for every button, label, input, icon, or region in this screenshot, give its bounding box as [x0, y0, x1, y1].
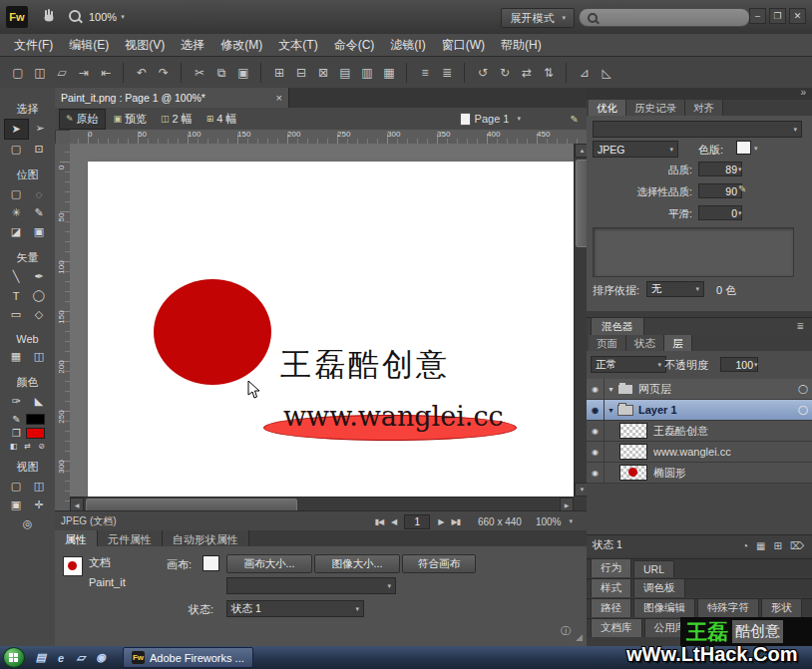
expand-triangle-icon[interactable]: ▼ — [605, 386, 617, 393]
color-mixer-tab[interactable]: 混色器 — [591, 317, 644, 336]
undo-icon[interactable]: ↶ — [132, 63, 152, 83]
panel-tab[interactable]: 图像编辑 — [633, 598, 695, 617]
document-tab[interactable]: Paint_it.png : Page 1 @ 100%* × — [55, 88, 289, 108]
flip-horizontal-icon[interactable]: ⇄ — [517, 63, 537, 83]
minimize-button[interactable]: – — [749, 8, 766, 24]
preview-view-button[interactable]: ▣ 预览 — [108, 109, 154, 130]
panel-tab[interactable]: 特殊字符 — [697, 598, 759, 617]
visibility-eye-icon[interactable]: ◉ — [587, 379, 605, 399]
rotate-ccw-icon[interactable]: ↺ — [473, 63, 493, 83]
ie-icon[interactable]: e — [53, 650, 69, 666]
blend-mode-dropdown[interactable]: 正常 ▾ — [591, 356, 666, 373]
pen-tool[interactable]: ✒ — [28, 267, 51, 286]
panel-tab[interactable]: URL — [633, 560, 674, 577]
smoothing-value[interactable]: 0 — [698, 205, 742, 220]
red-circle-shape[interactable] — [154, 279, 271, 385]
text-tool[interactable]: T — [5, 286, 28, 305]
visibility-eye-icon[interactable]: ◉ — [587, 421, 605, 441]
frame-number[interactable]: 1 — [404, 514, 430, 529]
four-up-view-button[interactable]: ⊞ 4 幅 — [201, 109, 243, 130]
doc-name[interactable]: Paint_it — [89, 576, 126, 588]
panel-tab[interactable]: 调色板 — [633, 578, 685, 597]
hand-tool[interactable]: ✛ — [28, 496, 51, 514]
menu-item[interactable]: 滤镜(I) — [382, 37, 433, 54]
quality-value[interactable]: 89 — [698, 162, 742, 176]
selective-quality-edit-icon[interactable]: ✎ — [738, 183, 746, 194]
align-middle-icon[interactable]: ▥ — [357, 63, 377, 83]
zoom-tool[interactable]: ◎ — [16, 514, 39, 533]
panel-menu-icon[interactable]: ≣ — [796, 321, 804, 331]
redo-icon[interactable]: ↷ — [154, 63, 174, 83]
onion-skin-icon[interactable]: ◔ — [742, 540, 748, 551]
canvas-url-text[interactable]: www.wanglei.cc — [283, 401, 504, 432]
eyedropper-tool[interactable]: ✑ — [5, 392, 28, 411]
default-colors-icon[interactable]: ◧ — [8, 442, 19, 451]
close-icon[interactable]: × — [276, 92, 282, 104]
explorer-icon[interactable]: ▱ — [73, 650, 89, 666]
canvas-size-button[interactable]: 画布大小... — [226, 554, 312, 573]
magic-wand-tool[interactable]: ✳ — [5, 203, 28, 222]
ungroup-icon[interactable]: ≣ — [437, 63, 457, 83]
original-view-button[interactable]: ✎ 原始 — [59, 109, 106, 130]
canvas-color-swatch[interactable] — [203, 555, 219, 571]
horizontal-scrollbar[interactable]: ◀ ▶ — [70, 497, 574, 510]
panel-tab[interactable]: 状态 — [626, 335, 664, 351]
zoom-selector[interactable]: 100% ▾ — [536, 516, 573, 527]
align-bottom-icon[interactable]: ▦ — [379, 63, 399, 83]
panel-tab[interactable]: 层 — [664, 335, 692, 351]
active-layer-indicator[interactable]: ◯ — [794, 405, 812, 415]
delete-layer-icon[interactable]: ⌦ — [790, 540, 804, 551]
properties-tab[interactable]: 自动形状属性 — [163, 530, 249, 546]
properties-tab[interactable]: 属性 — [55, 530, 98, 546]
menu-item[interactable]: 命令(C) — [326, 37, 383, 54]
stroke-color-swatch[interactable] — [26, 414, 45, 425]
menu-item[interactable]: 帮助(H) — [493, 37, 550, 54]
swap-colors-icon[interactable]: ⇄ — [22, 442, 33, 451]
visibility-eye-icon[interactable]: ◉ — [587, 463, 605, 483]
visibility-eye-icon[interactable]: ◉ — [587, 442, 605, 462]
resize-grip-icon[interactable]: ◢ — [576, 632, 583, 642]
export-icon[interactable]: ⇤ — [96, 63, 116, 83]
page-selector[interactable]: Page 1 ▾ — [460, 113, 521, 126]
panel-tab[interactable]: 行为 — [591, 558, 631, 577]
fit-canvas-button[interactable]: 符合画布 — [402, 554, 476, 573]
object-row[interactable]: ◉ www.wanglei.cc — [587, 442, 812, 463]
object-row[interactable]: ◉ 王磊酷创意 — [587, 421, 812, 442]
flip-vertical-icon[interactable]: ⇅ — [539, 63, 559, 83]
expand-triangle-icon[interactable]: ▼ — [605, 407, 617, 414]
rectangle-tool[interactable]: ▭ — [5, 305, 28, 324]
search-input[interactable] — [579, 8, 750, 27]
copy-icon[interactable]: ⧉ — [211, 63, 231, 83]
new-document-icon[interactable]: ▢ — [8, 63, 28, 83]
next-frame-button[interactable]: ▶ — [438, 517, 443, 526]
paint-bucket-tool[interactable]: ◣ — [28, 392, 51, 411]
collapse-to-icons-icon[interactable]: » — [800, 87, 806, 98]
first-frame-button[interactable]: ▮◀ — [375, 517, 384, 526]
close-button[interactable]: ✕ — [789, 8, 806, 24]
subselection-tool[interactable]: ➢ — [29, 119, 52, 138]
selective-quality-value[interactable]: 90 — [698, 183, 742, 198]
last-frame-button[interactable]: ▶▮ — [451, 517, 460, 526]
fill-color-swatch[interactable] — [26, 428, 45, 439]
expand-mode-button[interactable]: 展开模式 ▾ — [501, 8, 575, 28]
panel-tab[interactable]: 历史记录 — [626, 100, 685, 116]
brush-tool[interactable]: ✎ — [28, 203, 51, 222]
layer-row[interactable]: ◉ ▼ 网页层 ◯ — [587, 379, 812, 400]
panel-tab[interactable]: 文档库 — [591, 618, 642, 637]
matte-color-swatch[interactable] — [736, 141, 751, 155]
paste-icon[interactable]: ▣ — [233, 63, 253, 83]
standard-screen-icon[interactable]: ▢ — [5, 477, 28, 496]
page-options-icon[interactable]: ✎ — [571, 114, 579, 125]
export-format-dropdown[interactable]: JPEG ▾ — [593, 141, 678, 158]
active-layer-indicator[interactable]: ◯ — [794, 384, 812, 394]
new-layer-icon[interactable]: ⊞ — [773, 540, 781, 551]
media-player-icon[interactable]: ◉ — [93, 650, 109, 666]
line-tool[interactable]: ╲ — [5, 267, 28, 286]
properties-tab[interactable]: 元件属性 — [98, 530, 163, 546]
panel-tab[interactable]: 对齐 — [685, 100, 723, 116]
rubber-stamp-tool[interactable]: ▣ — [28, 222, 51, 241]
saved-settings-dropdown[interactable]: ▾ — [593, 121, 802, 138]
cut-icon[interactable]: ✂ — [190, 63, 209, 83]
open-icon[interactable]: ▱ — [52, 63, 72, 83]
state-dropdown[interactable]: 状态 1 ▾ — [226, 600, 364, 617]
